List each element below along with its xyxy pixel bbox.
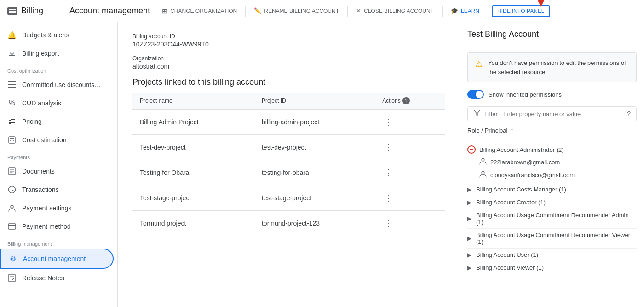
more-options-button[interactable]: ⋮ bbox=[382, 216, 394, 230]
project-name-cell: Test-dev-project bbox=[132, 135, 254, 160]
svg-rect-1 bbox=[9, 11, 16, 12]
svg-rect-2 bbox=[9, 12, 16, 13]
toggle-row: Show inherited permissions bbox=[467, 90, 637, 99]
role-billing-usage-admin: ▶ Billing Account Usage Commitment Recom… bbox=[467, 209, 637, 229]
toggle-knob bbox=[476, 91, 483, 98]
role-billing-usage-viewer: ▶ Billing Account Usage Commitment Recom… bbox=[467, 229, 637, 249]
pencil-icon: ✏️ bbox=[254, 7, 261, 14]
sidebar-item-payment-settings-label: Payment settings bbox=[22, 204, 106, 212]
svg-rect-3 bbox=[9, 55, 15, 56]
role-name[interactable]: Billing Account Costs Manager (1) bbox=[476, 186, 566, 193]
payments-section-label: Payments bbox=[0, 149, 117, 162]
svg-rect-6 bbox=[8, 87, 16, 88]
sidebar-item-committed[interactable]: Committed use discounts… bbox=[0, 75, 114, 94]
project-id-cell: test-stage-project bbox=[254, 185, 375, 211]
divider-2 bbox=[347, 6, 348, 17]
calculator-icon bbox=[7, 135, 17, 145]
filter-input[interactable] bbox=[503, 110, 623, 117]
notes-icon bbox=[7, 273, 17, 283]
sidebar-item-documents[interactable]: Documents bbox=[0, 162, 114, 180]
triangle-icon: ▶ bbox=[467, 265, 472, 271]
sidebar-item-payment-settings[interactable]: Payment settings bbox=[0, 199, 114, 217]
info-panel: Test Billing Account ⚠ You don't have pe… bbox=[460, 22, 644, 307]
sidebar-item-cost-estimation[interactable]: Cost estimation bbox=[0, 131, 114, 149]
learn-button[interactable]: 🎓 LEARN bbox=[446, 5, 484, 17]
sidebar-item-budgets[interactable]: 🔔 Budgets & alerts bbox=[0, 26, 114, 44]
info-panel-title: Test Billing Account bbox=[467, 29, 637, 45]
section-title: Account management bbox=[69, 6, 150, 16]
sidebar-item-account-management[interactable]: ⚙ Account management bbox=[0, 249, 114, 269]
sidebar: 🔔 Budgets & alerts Billing export Cost o… bbox=[0, 22, 118, 307]
inherited-permissions-toggle[interactable] bbox=[467, 90, 484, 99]
svg-rect-11 bbox=[13, 140, 14, 141]
close-billing-label: CLOSE BILLING ACCOUNT bbox=[364, 8, 434, 14]
project-name-cell: Testing for Obara bbox=[132, 160, 254, 185]
actions-cell: ⋮ bbox=[375, 110, 445, 135]
role-name[interactable]: Billing Account Usage Commitment Recomme… bbox=[476, 212, 637, 226]
person-icon-1 bbox=[479, 157, 487, 167]
top-bar: Billing Account management ⊞ CHANGE ORGA… bbox=[0, 0, 644, 22]
role-billing-admin-row[interactable]: Billing Account Administrator (2) bbox=[467, 144, 637, 156]
close-icon: ✕ bbox=[356, 7, 361, 14]
role-name[interactable]: Billing Account Creator (1) bbox=[476, 199, 546, 206]
table-row: Test-dev-project test-dev-project ⋮ bbox=[132, 135, 445, 160]
close-billing-button[interactable]: ✕ CLOSE BILLING ACCOUNT bbox=[351, 5, 438, 17]
more-options-button[interactable]: ⋮ bbox=[382, 115, 394, 129]
sidebar-item-transactions-label: Transactions bbox=[22, 186, 106, 193]
sidebar-item-account-management-label: Account management bbox=[23, 255, 105, 262]
main-layout: 🔔 Budgets & alerts Billing export Cost o… bbox=[0, 22, 644, 307]
rename-button[interactable]: ✏️ RENAME BILLING ACCOUNT bbox=[249, 5, 344, 17]
actions-cell: ⋮ bbox=[375, 211, 445, 236]
actions-help-icon[interactable]: ? bbox=[402, 97, 410, 104]
role-billing-admin: Billing Account Administrator (2) 222lar… bbox=[467, 142, 637, 183]
billing-id-value: 10ZZ23-203O44-WW99T0 bbox=[132, 41, 445, 48]
sidebar-item-release-notes-label: Release Notes bbox=[22, 274, 106, 282]
triangle-icon: ▶ bbox=[467, 235, 472, 242]
role-billing-admin-name: Billing Account Administrator (2) bbox=[479, 146, 564, 153]
role-name[interactable]: Billing Account User (1) bbox=[476, 251, 538, 258]
app-title: Billing bbox=[21, 6, 43, 16]
role-header-label: Role / Principal bbox=[467, 127, 507, 134]
document-icon bbox=[7, 167, 17, 176]
role-expand-icon bbox=[467, 145, 476, 154]
role-header: Role / Principal ↑ bbox=[467, 127, 637, 138]
filter-help-icon[interactable]: ? bbox=[627, 110, 631, 117]
divider-4 bbox=[488, 6, 488, 17]
sidebar-item-transactions[interactable]: Transactions bbox=[0, 180, 114, 199]
project-name-cell: Billing Admin Project bbox=[132, 110, 254, 135]
table-row: Tormund project tormund-project-123 ⋮ bbox=[132, 211, 445, 236]
sidebar-item-payment-method-label: Payment method bbox=[22, 223, 106, 230]
more-options-button[interactable]: ⋮ bbox=[382, 140, 394, 154]
col-actions: Actions ? bbox=[375, 93, 445, 110]
sidebar-item-pricing[interactable]: 🏷 Pricing bbox=[0, 112, 114, 131]
more-options-button[interactable]: ⋮ bbox=[382, 166, 394, 180]
content-area: Billing account ID 10ZZ23-203O44-WW99T0 … bbox=[118, 22, 460, 307]
divider-1 bbox=[245, 6, 246, 17]
role-name[interactable]: Billing Account Viewer (1) bbox=[476, 264, 544, 271]
billing-icon bbox=[7, 7, 17, 15]
more-options-button[interactable]: ⋮ bbox=[382, 191, 394, 205]
tag-icon: 🏷 bbox=[7, 117, 17, 126]
sidebar-item-release-notes[interactable]: Release Notes bbox=[0, 269, 114, 287]
sidebar-item-pricing-label: Pricing bbox=[22, 118, 106, 125]
actions-cell: ⋮ bbox=[375, 185, 445, 211]
collapsed-roles: ▶ Billing Account Costs Manager (1) ▶ Bi… bbox=[467, 183, 637, 274]
sidebar-item-payment-method[interactable]: Payment method bbox=[0, 217, 114, 236]
role-name[interactable]: Billing Account Usage Commitment Recomme… bbox=[476, 232, 637, 245]
svg-rect-10 bbox=[12, 140, 12, 141]
sidebar-item-cud[interactable]: % CUD analysis bbox=[0, 94, 114, 112]
sidebar-item-billing-export-label: Billing export bbox=[22, 50, 106, 57]
sidebar-item-billing-export[interactable]: Billing export bbox=[0, 44, 114, 63]
logo: Billing bbox=[7, 6, 43, 16]
hide-info-panel-button[interactable]: HIDE INFO PANEL bbox=[492, 5, 550, 17]
change-org-button[interactable]: ⊞ CHANGE ORGANIZATION bbox=[157, 5, 242, 17]
change-org-label: CHANGE ORGANIZATION bbox=[170, 8, 237, 14]
actions-cell: ⋮ bbox=[375, 135, 445, 160]
actions-cell: ⋮ bbox=[375, 160, 445, 185]
hide-panel-label: HIDE INFO PANEL bbox=[497, 8, 544, 14]
member-email-1: 222larabrown@gmail.com bbox=[490, 159, 560, 166]
sort-icon[interactable]: ↑ bbox=[510, 127, 513, 134]
project-id-cell: testing-for-obara bbox=[254, 160, 375, 185]
member-email-2: cloudysanfrancisco@gmail.com bbox=[490, 172, 575, 179]
triangle-icon: ▶ bbox=[467, 215, 472, 222]
